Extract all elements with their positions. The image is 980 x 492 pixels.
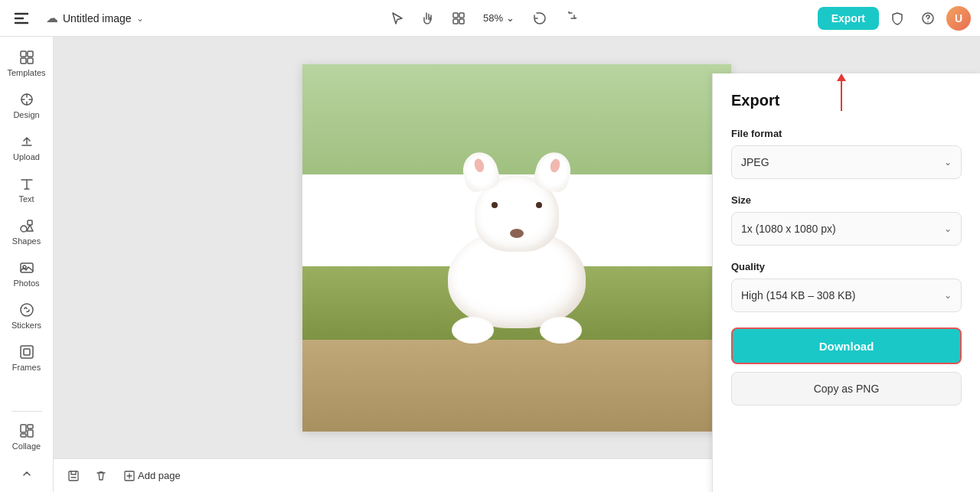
svg-rect-21 bbox=[21, 425, 26, 432]
topbar: ☁ Untitled image ⌄ 58% ⌄ Export bbox=[0, 0, 980, 37]
size-select[interactable]: 1x (1080 x 1080 px) ⌄ bbox=[731, 212, 962, 246]
shapes-label: Shapes bbox=[12, 236, 41, 246]
file-format-value: JPEG bbox=[741, 156, 769, 168]
design-label: Design bbox=[13, 110, 39, 119]
main-area: Templates Design Upload Text Shapes Phot… bbox=[0, 37, 980, 492]
size-chevron-icon: ⌄ bbox=[944, 223, 952, 234]
dog-body bbox=[448, 229, 586, 328]
quality-select[interactable]: High (154 KB – 308 KB) ⌄ bbox=[731, 279, 962, 312]
sidebar-item-shapes[interactable]: Shapes bbox=[3, 211, 51, 252]
size-value: 1x (1080 x 1080 px) bbox=[741, 223, 836, 235]
app-logo[interactable] bbox=[9, 6, 34, 31]
zoom-chevron-icon: ⌄ bbox=[506, 12, 514, 24]
dog-eye-left bbox=[492, 202, 498, 208]
svg-rect-11 bbox=[21, 58, 26, 64]
svg-rect-10 bbox=[28, 51, 33, 57]
export-panel-title: Export bbox=[731, 92, 962, 109]
sidebar-collapse-button[interactable] bbox=[15, 461, 39, 486]
sidebar-item-stickers[interactable]: Stickers bbox=[3, 295, 51, 336]
svg-rect-12 bbox=[28, 58, 33, 64]
svg-point-18 bbox=[21, 304, 33, 316]
copy-png-button[interactable]: Copy as PNG bbox=[731, 372, 962, 406]
dog-head bbox=[475, 175, 559, 252]
quality-label: Quality bbox=[731, 261, 962, 272]
file-chevron-icon: ⌄ bbox=[136, 13, 144, 24]
sidebar-item-upload[interactable]: Upload bbox=[3, 127, 51, 168]
file-title-area[interactable]: ☁ Untitled image ⌄ bbox=[40, 8, 150, 28]
sidebar-item-design[interactable]: Design bbox=[3, 85, 51, 125]
background-dirt bbox=[302, 340, 731, 432]
sidebar-divider bbox=[11, 411, 42, 412]
dog-paw-right bbox=[540, 317, 582, 344]
redo-button[interactable] bbox=[557, 6, 582, 31]
file-title: Untitled image bbox=[63, 12, 132, 24]
background-sky bbox=[302, 64, 731, 174]
file-format-label: File format bbox=[731, 128, 962, 139]
svg-rect-19 bbox=[21, 346, 33, 358]
svg-rect-24 bbox=[21, 434, 26, 437]
svg-rect-22 bbox=[28, 425, 33, 428]
frames-label: Frames bbox=[12, 363, 41, 372]
size-label: Size bbox=[731, 194, 962, 206]
sidebar-item-collage[interactable]: Collage bbox=[3, 416, 51, 457]
text-label: Text bbox=[18, 194, 34, 204]
svg-rect-20 bbox=[24, 349, 30, 355]
add-page-label: Add page bbox=[138, 470, 181, 481]
sidebar-item-text[interactable]: Text bbox=[3, 169, 51, 210]
help-icon-button[interactable] bbox=[916, 6, 940, 31]
quality-value: High (154 KB – 308 KB) bbox=[741, 289, 855, 301]
sidebar-item-templates[interactable]: Templates bbox=[3, 43, 51, 83]
svg-rect-4 bbox=[459, 13, 464, 18]
file-format-select[interactable]: JPEG ⌄ bbox=[731, 145, 962, 179]
arrow-head bbox=[837, 73, 846, 81]
upload-label: Upload bbox=[13, 152, 40, 161]
canvas-image bbox=[302, 64, 731, 432]
undo-button[interactable] bbox=[527, 6, 551, 31]
add-page-button[interactable]: Add page bbox=[118, 467, 187, 484]
canvas-area: Export File format JPEG ⌄ Size 1x (1080 … bbox=[54, 37, 980, 492]
shield-icon-button[interactable] bbox=[885, 6, 910, 31]
dog-paw-left bbox=[452, 317, 494, 344]
sidebar: Templates Design Upload Text Shapes Phot… bbox=[0, 37, 54, 492]
save-to-disk-button[interactable] bbox=[63, 465, 84, 487]
sidebar-item-photos[interactable]: Photos bbox=[3, 253, 51, 294]
export-panel: Export File format JPEG ⌄ Size 1x (1080 … bbox=[712, 73, 980, 492]
select-tool-button[interactable] bbox=[385, 6, 410, 31]
layout-tool-button[interactable] bbox=[446, 6, 471, 31]
file-format-chevron-icon: ⌄ bbox=[944, 157, 952, 168]
user-avatar[interactable]: U bbox=[946, 6, 971, 31]
dog-eye-right bbox=[536, 202, 542, 208]
svg-rect-6 bbox=[459, 19, 464, 24]
templates-label: Templates bbox=[7, 68, 45, 77]
dog-nose bbox=[510, 229, 524, 238]
zoom-control[interactable]: 58% ⌄ bbox=[477, 9, 521, 27]
svg-point-14 bbox=[21, 226, 27, 232]
svg-rect-16 bbox=[21, 263, 33, 272]
photos-label: Photos bbox=[13, 279, 39, 288]
zoom-level: 58% bbox=[483, 12, 503, 24]
svg-rect-25 bbox=[69, 471, 78, 481]
sidebar-item-frames[interactable]: Frames bbox=[3, 337, 51, 378]
export-button[interactable]: Export bbox=[818, 7, 879, 30]
trash-button[interactable] bbox=[90, 465, 112, 487]
quality-chevron-icon: ⌄ bbox=[944, 290, 952, 301]
dog-ear-inner-left bbox=[472, 158, 485, 173]
svg-rect-5 bbox=[453, 19, 458, 24]
topbar-right: Export U bbox=[818, 6, 971, 31]
cloud-icon: ☁ bbox=[46, 11, 58, 25]
dog-illustration bbox=[448, 229, 586, 328]
stickers-label: Stickers bbox=[11, 321, 41, 330]
download-button[interactable]: Download bbox=[731, 327, 962, 364]
topbar-tools: 58% ⌄ bbox=[156, 6, 812, 31]
hand-tool-button[interactable] bbox=[416, 6, 440, 31]
collage-label: Collage bbox=[12, 441, 41, 451]
svg-rect-9 bbox=[21, 51, 26, 57]
svg-point-8 bbox=[927, 21, 929, 22]
svg-rect-23 bbox=[28, 430, 33, 437]
svg-rect-3 bbox=[453, 13, 458, 18]
dog-ear-inner-right bbox=[548, 158, 560, 173]
svg-rect-15 bbox=[28, 220, 32, 225]
